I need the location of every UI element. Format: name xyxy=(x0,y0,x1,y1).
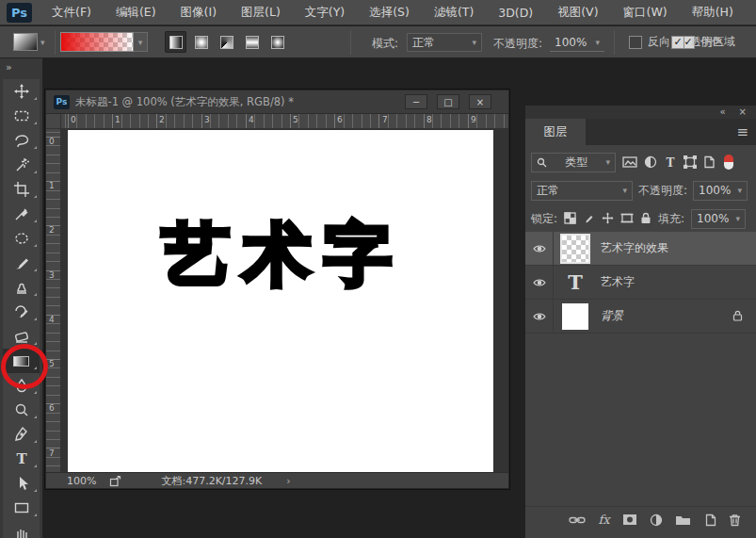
close-panel-icon[interactable]: × xyxy=(739,107,747,117)
gradient-picker-button[interactable]: ▾ xyxy=(134,32,148,52)
fill-select[interactable]: 100% ▾ xyxy=(691,209,746,229)
vertical-ruler[interactable]: 0 1 2 3 4 5 6 7 xyxy=(46,129,61,472)
panel-menu-icon[interactable]: ≡ xyxy=(736,123,748,140)
pen-tool[interactable] xyxy=(3,422,40,447)
options-separator xyxy=(55,30,56,55)
layer-thumbnail[interactable] xyxy=(554,303,597,330)
layer-name[interactable]: 艺术字的效果 xyxy=(601,240,668,256)
filter-shape-icon[interactable] xyxy=(684,155,697,169)
maximize-button[interactable]: □ xyxy=(437,94,459,109)
filter-type-layer-icon[interactable]: T xyxy=(664,155,677,169)
gradient-preview[interactable] xyxy=(60,32,134,52)
visibility-toggle[interactable] xyxy=(525,232,554,266)
brush-tool[interactable] xyxy=(3,251,40,275)
filter-type-select[interactable]: 类型 ▾ xyxy=(531,153,616,172)
menu-help[interactable]: 帮助(H) xyxy=(680,0,746,25)
minimize-button[interactable]: ─ xyxy=(405,94,427,109)
lock-artboard-icon[interactable] xyxy=(620,210,634,228)
ruler-number: 3 xyxy=(49,270,55,280)
rectangle-icon xyxy=(13,499,30,516)
linear-gradient-button[interactable] xyxy=(165,31,186,53)
magic-wand-tool[interactable] xyxy=(3,153,40,177)
eyedropper-tool[interactable] xyxy=(3,202,40,226)
type-tool[interactable]: T xyxy=(3,447,40,471)
healing-brush-tool[interactable] xyxy=(3,226,40,251)
layer-row-background[interactable]: 背景 xyxy=(525,300,756,334)
canvas-viewport[interactable]: 艺术字 xyxy=(61,129,508,472)
menu-edit[interactable]: 编辑(E) xyxy=(104,0,169,25)
lock-position-icon[interactable] xyxy=(602,210,614,228)
layer-name[interactable]: 艺术字 xyxy=(601,274,635,290)
visibility-toggle[interactable] xyxy=(525,300,554,334)
ruler-corner[interactable] xyxy=(46,114,61,129)
layer-opacity-select[interactable]: 100% ▾ xyxy=(693,181,748,201)
menu-type[interactable]: 文字(Y) xyxy=(293,0,357,25)
layer-name[interactable]: 背景 xyxy=(601,308,623,324)
layer-thumbnail[interactable] xyxy=(554,236,597,262)
canvas-art-text: 艺术字 xyxy=(162,220,405,288)
layer-lock-icon xyxy=(732,310,743,324)
opacity-select[interactable]: 100% ▾ xyxy=(550,33,604,52)
clone-stamp-tool[interactable] xyxy=(3,275,40,300)
radial-gradient-button[interactable] xyxy=(190,31,212,53)
path-selection-tool[interactable] xyxy=(3,471,40,496)
layer-row-text[interactable]: T 艺术字 xyxy=(525,266,756,300)
chevron-down-icon: ▾ xyxy=(622,186,627,195)
menu-view[interactable]: 视图(V) xyxy=(545,0,610,25)
layer-mask-icon[interactable] xyxy=(622,514,637,526)
reflected-gradient-button[interactable] xyxy=(241,31,263,53)
angle-gradient-button[interactable] xyxy=(216,31,237,53)
toolbar-collapse-icon[interactable]: » xyxy=(6,61,12,73)
filter-smart-object-icon[interactable] xyxy=(703,155,716,169)
history-brush-tool[interactable] xyxy=(3,300,40,324)
menu-window[interactable]: 窗口(W) xyxy=(611,0,680,25)
lock-transparent-icon[interactable] xyxy=(564,210,576,228)
status-chevron-icon[interactable]: › xyxy=(286,475,290,487)
share-icon[interactable] xyxy=(109,475,121,487)
link-layers-icon[interactable] xyxy=(569,514,586,526)
tool-preset-dropdown-icon[interactable]: ▾ xyxy=(40,38,45,47)
canvas[interactable]: 艺术字 xyxy=(68,130,493,472)
type-layer-icon: T xyxy=(568,270,583,294)
lasso-tool[interactable] xyxy=(3,128,40,153)
lock-all-icon[interactable] xyxy=(640,210,651,228)
dodge-tool[interactable] xyxy=(3,398,40,422)
horizontal-ruler[interactable]: 0 1 2 3 4 5 6 7 8 9 xyxy=(61,114,508,129)
reverse-checkbox[interactable] xyxy=(629,36,642,49)
crop-tool[interactable] xyxy=(3,177,40,202)
menu-select[interactable]: 选择(S) xyxy=(357,0,422,25)
close-button[interactable]: × xyxy=(469,94,491,109)
transparency-checkbox[interactable]: ✓ xyxy=(671,36,684,49)
blend-mode-select[interactable]: 正常 ▾ xyxy=(407,33,482,52)
tool-preset-swatch[interactable] xyxy=(13,33,38,51)
rectangle-tool[interactable] xyxy=(3,496,40,520)
visibility-toggle[interactable] xyxy=(525,266,554,300)
layer-blend-mode-select[interactable]: 正常 ▾ xyxy=(531,181,633,201)
menu-layer[interactable]: 图层(L) xyxy=(229,0,293,25)
tab-layers[interactable]: 图层 xyxy=(525,119,586,145)
filter-toggle-switch[interactable] xyxy=(724,155,733,170)
delete-layer-icon[interactable] xyxy=(729,514,741,527)
menu-filter[interactable]: 滤镜(T) xyxy=(422,0,486,25)
menu-file[interactable]: 文件(F) xyxy=(40,0,104,25)
hand-tool[interactable] xyxy=(3,520,40,538)
collapse-panel-icon[interactable]: « xyxy=(719,107,725,117)
marquee-tool[interactable] xyxy=(3,104,40,128)
ruler-number: 4 xyxy=(49,315,55,324)
layer-list: 艺术字的效果 T 艺术字 背景 xyxy=(525,232,756,334)
diamond-gradient-button[interactable] xyxy=(266,31,288,53)
new-layer-icon[interactable] xyxy=(703,514,716,527)
layer-style-icon[interactable]: fx xyxy=(598,513,609,527)
move-tool[interactable] xyxy=(3,79,40,104)
filter-adjustment-icon[interactable] xyxy=(644,155,657,169)
new-group-icon[interactable] xyxy=(675,514,691,526)
menu-image[interactable]: 图像(I) xyxy=(169,0,229,25)
layer-thumbnail[interactable]: T xyxy=(554,270,597,294)
filter-pixel-icon[interactable] xyxy=(622,155,637,169)
adjustment-layer-icon[interactable] xyxy=(650,514,663,527)
document-titlebar[interactable]: Ps 未标题-1 @ 100% (艺术字的效果, RGB/8) * ─ □ × xyxy=(46,90,508,114)
lock-pixels-icon[interactable] xyxy=(583,210,595,228)
zoom-level[interactable]: 100% xyxy=(67,475,96,487)
layer-row-effect[interactable]: 艺术字的效果 xyxy=(525,232,756,266)
menu-3d[interactable]: 3D(D) xyxy=(486,0,545,25)
